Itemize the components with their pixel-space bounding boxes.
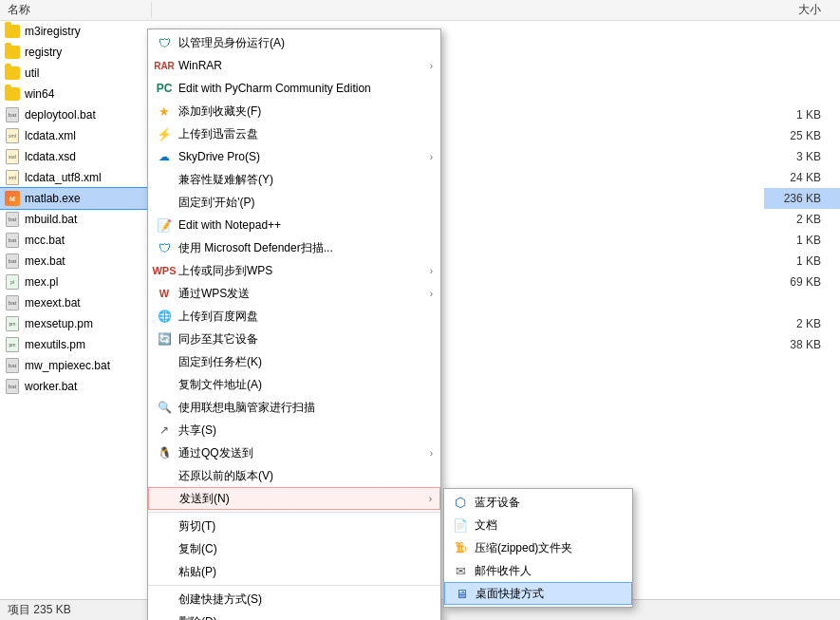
bat-icon: bat <box>4 106 21 123</box>
menu-label: 复制文件地址(A) <box>178 377 433 393</box>
wps2-icon: W <box>156 285 173 302</box>
defender-icon: 🛡 <box>156 239 173 256</box>
list-item[interactable]: bat worker.bat <box>0 376 152 397</box>
xsd-icon: xsd <box>4 148 21 165</box>
file-label: mex.bat <box>25 254 65 268</box>
submenu-item-bluetooth[interactable]: ⬡ 蓝牙设备 <box>444 491 632 514</box>
list-item[interactable]: bat mexext.bat <box>0 292 152 313</box>
list-item[interactable]: xml lcdata.xml <box>0 125 152 146</box>
sub-label: 蓝牙设备 <box>475 495 520 511</box>
submenu-item-zip[interactable]: 🗜 压缩(zipped)文件夹 <box>444 536 632 559</box>
menu-label: 同步至其它设备 <box>178 331 433 348</box>
menu-item-pin-taskbar[interactable]: 固定到任务栏(K) <box>148 350 440 373</box>
menu-label: Edit with Notepad++ <box>178 218 433 232</box>
list-item-matlab-exe[interactable]: M matlab.exe <box>0 188 152 209</box>
list-item[interactable]: m3iregistry <box>0 21 152 42</box>
submenu-item-mail[interactable]: ✉ 邮件收件人 <box>444 559 632 582</box>
paste-icon <box>156 563 173 580</box>
size-row: 69 KB <box>764 272 840 292</box>
menu-item-send-wps[interactable]: W 通过WPS发送 › <box>148 282 440 305</box>
sync-icon: 🔄 <box>156 330 173 348</box>
menu-item-winrar[interactable]: RAR WinRAR › <box>148 54 440 77</box>
zip-icon: 🗜 <box>452 539 469 556</box>
menu-item-compat[interactable]: 兼容性疑难解答(Y) <box>148 168 440 191</box>
menu-item-paste[interactable]: 粘贴(P) <box>148 560 440 583</box>
list-item[interactable]: util <box>0 63 152 84</box>
size-row <box>764 21 840 42</box>
menu-item-delete[interactable]: 删除(D) <box>148 611 440 620</box>
size-column: 1 KB 25 KB 3 KB 24 KB 236 KB 2 KB 1 KB 1… <box>764 21 840 355</box>
list-item[interactable]: pm mexutils.pm <box>0 334 152 355</box>
menu-item-baidu[interactable]: 🌐 上传到百度网盘 <box>148 305 440 328</box>
xml-icon: xml <box>4 169 21 186</box>
menu-item-use-360[interactable]: 🔍 使用联想电脑管家进行扫描 <box>148 396 440 419</box>
menu-item-qq[interactable]: 🐧 通过QQ发送到 › <box>148 442 440 464</box>
submenu-item-doc[interactable]: 📄 文档 <box>444 514 632 536</box>
menu-label: 兼容性疑难解答(Y) <box>178 172 433 188</box>
size-row: 2 KB <box>764 313 840 334</box>
menu-separator <box>148 512 440 513</box>
list-item[interactable]: bat mex.bat <box>0 251 152 272</box>
submenu-item-desktop[interactable]: 🖥 桌面快捷方式 <box>444 582 632 605</box>
menu-item-copy[interactable]: 复制(C) <box>148 537 440 560</box>
size-row: 2 KB <box>764 209 840 230</box>
file-explorer: 名称 大小 m3iregistry registry util win64 ba… <box>0 0 840 620</box>
pm-icon: pm <box>4 336 21 353</box>
menu-item-sync[interactable]: 🔄 同步至其它设备 <box>148 328 440 350</box>
menu-label: Edit with PyCharm Community Edition <box>178 82 433 95</box>
list-item[interactable]: xsd lcdata.xsd <box>0 146 152 167</box>
list-item[interactable]: bat mcc.bat <box>0 230 152 251</box>
file-label: m3iregistry <box>25 25 81 38</box>
folder-icon <box>4 85 21 103</box>
menu-item-pin-start[interactable]: 固定到'开始'(P) <box>148 191 440 214</box>
notepad-icon: 📝 <box>156 216 173 234</box>
menu-label: 使用 Microsoft Defender扫描... <box>178 240 433 256</box>
sub-label: 邮件收件人 <box>475 563 532 579</box>
list-item[interactable]: registry <box>0 42 152 63</box>
sendto-icon <box>157 490 174 507</box>
menu-item-share[interactable]: ↗ 共享(S) <box>148 419 440 442</box>
size-row: 1 KB <box>764 230 840 251</box>
list-item[interactable]: bat mbuild.bat <box>0 209 152 230</box>
thunder-icon: ⚡ <box>156 125 173 142</box>
menu-item-restore[interactable]: 还原以前的版本(V) <box>148 464 440 487</box>
submenu-arrow-icon: › <box>430 289 433 299</box>
size-row: 3 KB <box>764 146 840 167</box>
menu-item-notepad[interactable]: 📝 Edit with Notepad++ <box>148 214 440 236</box>
copy-path-icon <box>156 376 173 393</box>
list-item[interactable]: xml lcdata_utf8.xml <box>0 167 152 188</box>
menu-item-add-fav[interactable]: ★ 添加到收藏夹(F) <box>148 100 440 122</box>
menu-item-copy-path[interactable]: 复制文件地址(A) <box>148 373 440 396</box>
menu-item-cut[interactable]: 剪切(T) <box>148 515 440 537</box>
menu-label: 上传到迅雷云盘 <box>178 126 433 142</box>
menu-item-run-as-admin[interactable]: 🛡 以管理员身份运行(A) <box>148 31 440 54</box>
menu-label: 复制(C) <box>178 541 433 557</box>
taskbar-icon <box>156 353 173 370</box>
skydrive-icon: ☁ <box>156 148 173 165</box>
file-label: deploytool.bat <box>25 108 96 122</box>
list-item[interactable]: bat deploytool.bat <box>0 104 152 125</box>
menu-label: 使用联想电脑管家进行扫描 <box>178 400 433 416</box>
folder-icon <box>4 65 21 82</box>
baidu-icon: 🌐 <box>156 308 173 325</box>
list-item[interactable]: win64 <box>0 84 152 104</box>
list-item[interactable]: pm mexsetup.pm <box>0 313 152 334</box>
bat-icon: bat <box>4 357 21 374</box>
file-list: m3iregistry registry util win64 bat depl… <box>0 21 152 620</box>
compat-icon <box>156 171 173 188</box>
menu-item-upload-wps[interactable]: WPS 上传或同步到WPS › <box>148 259 440 282</box>
menu-item-thunder[interactable]: ⚡ 上传到迅雷云盘 <box>148 122 440 145</box>
menu-item-pycharm[interactable]: PC Edit with PyCharm Community Edition <box>148 77 440 100</box>
menu-item-skydrive[interactable]: ☁ SkyDrive Pro(S) › <box>148 145 440 168</box>
file-label: mbuild.bat <box>25 213 77 226</box>
menu-item-send-to[interactable]: 发送到(N) › ⬡ 蓝牙设备 📄 文档 🗜 压缩(zipped)文件夹 ✉ <box>148 487 440 510</box>
pm-icon: pm <box>4 315 21 332</box>
menu-item-create-shortcut[interactable]: 创建快捷方式(S) <box>148 588 440 611</box>
file-label: mcc.bat <box>25 234 65 247</box>
menu-item-defender[interactable]: 🛡 使用 Microsoft Defender扫描... <box>148 236 440 259</box>
menu-label: WinRAR <box>178 59 426 72</box>
list-item[interactable]: bat mw_mpiexec.bat <box>0 355 152 376</box>
share-icon: ↗ <box>156 422 173 439</box>
list-item[interactable]: pl mex.pl <box>0 272 152 292</box>
menu-label: 固定到任务栏(K) <box>178 354 433 370</box>
